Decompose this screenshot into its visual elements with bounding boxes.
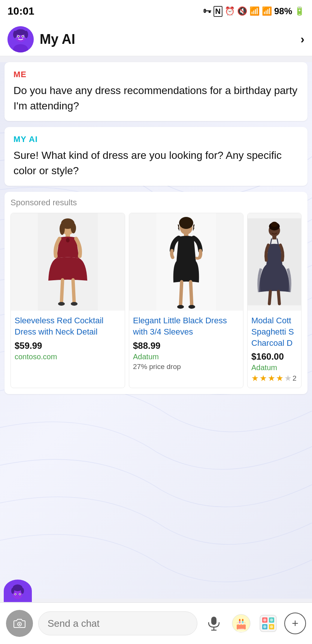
- product-info-2: Elegant Little Black Dress with 3/4 Slee…: [129, 311, 243, 375]
- header-title: My AI: [40, 31, 300, 47]
- product-grid: Sleeveless Red Cocktail Dress with Neck …: [10, 213, 302, 388]
- product-image-1: [11, 213, 125, 311]
- product-price-1: $59.99: [15, 341, 121, 351]
- message-bubble-me: ME Do you have any dress recommendations…: [4, 62, 308, 121]
- signal-icon: 📶: [262, 6, 272, 16]
- chat-input[interactable]: [38, 611, 197, 635]
- message-sender-me: ME: [13, 70, 299, 79]
- header[interactable]: My AI ›: [0, 22, 312, 56]
- product-price-2: $88.99: [133, 341, 239, 351]
- svg-text:BIRTHDAY: BIRTHDAY: [237, 631, 246, 633]
- svg-point-6: [22, 36, 24, 37]
- star-3: ★: [268, 374, 275, 383]
- svg-rect-31: [272, 236, 276, 240]
- svg-point-64: [263, 625, 266, 628]
- wifi-icon: 📶: [249, 6, 260, 16]
- product-name-1: Sleeveless Red Cocktail Dress with Neck …: [15, 315, 121, 337]
- product-info-3: Modal Cott Spaghetti S Charcoal D $160.0…: [248, 311, 301, 388]
- ai-avatar: [7, 26, 34, 52]
- status-time: 10:01: [7, 5, 34, 17]
- svg-point-18: [66, 238, 70, 242]
- microphone-button[interactable]: [203, 612, 225, 635]
- svg-point-63: [270, 619, 273, 622]
- status-icons: 🗝 N ⏰ 🔇 📶 📶 98% 🔋: [203, 6, 305, 17]
- battery-icon: 🔋: [294, 6, 305, 16]
- message-sender-ai: MY AI: [13, 134, 299, 144]
- svg-point-10: [13, 31, 17, 38]
- svg-point-41: [11, 588, 14, 594]
- message-text-me: Do you have any dress recommendations fo…: [13, 83, 299, 114]
- svg-point-15: [60, 223, 65, 235]
- star-1: ★: [251, 374, 259, 383]
- svg-point-62: [263, 619, 266, 622]
- product-badge-2: 27% price drop: [133, 363, 239, 371]
- alarm-icon: ⏰: [225, 6, 235, 16]
- nfc-icon: N: [213, 6, 222, 17]
- svg-point-26: [188, 305, 195, 309]
- navigation-chevron[interactable]: ›: [300, 32, 305, 46]
- svg-point-9: [15, 29, 26, 35]
- svg-point-44: [19, 623, 20, 625]
- svg-point-53: [239, 619, 240, 621]
- product-store-2: Adatum: [133, 353, 239, 361]
- product-store-3: Adatum: [251, 363, 297, 372]
- product-image-2: [129, 213, 243, 311]
- svg-point-19: [58, 302, 65, 306]
- svg-point-65: [270, 625, 273, 628]
- camera-button[interactable]: [6, 610, 33, 637]
- sponsored-section: Sponsored results: [4, 192, 308, 394]
- product-card-3[interactable]: Modal Cott Spaghetti S Charcoal D $160.0…: [247, 213, 302, 388]
- chat-empty-space: [0, 400, 312, 531]
- key-icon: 🗝: [203, 6, 211, 16]
- rating-count: 2: [293, 374, 297, 383]
- svg-point-25: [177, 305, 184, 309]
- battery-indicator: 98%: [274, 6, 292, 16]
- product-name-3: Modal Cott Spaghetti S Charcoal D: [251, 315, 297, 348]
- sponsored-label: Sponsored results: [10, 198, 302, 208]
- product-image-3: [248, 213, 301, 311]
- mute-icon: 🔇: [237, 6, 247, 16]
- bottom-bar: HAPPY BIRTHDAY +: [0, 602, 312, 644]
- sticker-button[interactable]: HAPPY BIRTHDAY: [230, 613, 252, 634]
- svg-point-20: [71, 302, 78, 306]
- message-bubble-ai: MY AI Sure! What kind of dress are you l…: [4, 127, 308, 186]
- status-bar: 10:01 🗝 N ⏰ 🔇 📶 📶 98% 🔋: [0, 0, 312, 22]
- svg-point-54: [242, 619, 243, 621]
- svg-point-30: [271, 222, 278, 227]
- svg-point-11: [24, 31, 28, 38]
- message-text-ai: Sure! What kind of dress are you looking…: [13, 148, 299, 178]
- svg-point-16: [71, 223, 76, 233]
- product-card-2[interactable]: Elegant Little Black Dress with 3/4 Slee…: [129, 213, 243, 388]
- svg-point-38: [15, 594, 16, 595]
- svg-point-5: [18, 36, 19, 37]
- svg-rect-45: [211, 617, 216, 625]
- star-5: ★: [284, 374, 292, 383]
- product-price-3: $160.00: [251, 351, 297, 362]
- star-4: ★: [276, 374, 284, 383]
- svg-text:HAPPY: HAPPY: [238, 628, 245, 631]
- product-info-1: Sleeveless Red Cocktail Dress with Neck …: [11, 311, 125, 367]
- product-store-1: contoso.com: [15, 353, 121, 361]
- svg-point-42: [21, 588, 24, 594]
- chat-area: ME Do you have any dress recommendations…: [0, 62, 312, 599]
- lens-button[interactable]: [257, 613, 279, 634]
- product-name-2: Elegant Little Black Dress with 3/4 Slee…: [133, 315, 239, 337]
- ai-peek-avatar: [4, 580, 32, 602]
- svg-point-39: [19, 594, 20, 595]
- plus-icon: +: [292, 617, 299, 630]
- star-2: ★: [260, 374, 267, 383]
- add-button[interactable]: +: [284, 613, 306, 634]
- chat-input-bar: HAPPY BIRTHDAY +: [0, 603, 312, 644]
- product-card-1[interactable]: Sleeveless Red Cocktail Dress with Neck …: [10, 213, 125, 388]
- svg-point-23: [179, 217, 193, 229]
- product-rating-3: ★ ★ ★ ★ ★ 2: [251, 374, 297, 383]
